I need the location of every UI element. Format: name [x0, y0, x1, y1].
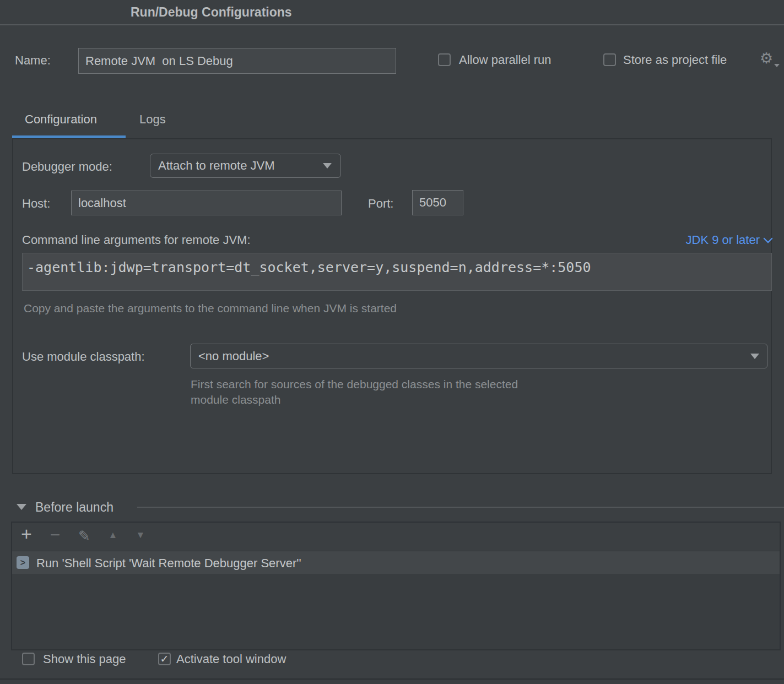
cmdline-args-label: Command line arguments for remote JVM:	[22, 233, 251, 247]
title-divider	[0, 24, 784, 25]
checkmark-icon: ✓	[160, 654, 169, 664]
run-shell-script-icon: >	[17, 556, 29, 569]
gear-icon[interactable]: ⚙	[760, 51, 773, 66]
host-input[interactable]	[71, 191, 342, 215]
tab-configuration[interactable]: Configuration	[25, 112, 97, 127]
module-classpath-dropdown[interactable]: <no module>	[190, 344, 767, 368]
name-input[interactable]	[78, 48, 396, 74]
add-task-button[interactable]: +	[17, 523, 36, 545]
edit-task-button[interactable]: ✎	[75, 528, 94, 545]
activate-tool-window-label: Activate tool window	[176, 652, 286, 666]
before-launch-panel	[11, 522, 781, 650]
allow-parallel-run-checkbox[interactable]	[438, 53, 451, 66]
dropdown-arrow-icon	[323, 163, 332, 169]
host-label: Host:	[22, 197, 50, 211]
cmdline-args-field[interactable]: -agentlib:jdwp=transport=dt_socket,serve…	[22, 253, 772, 291]
before-launch-title: Before launch	[35, 500, 113, 515]
dialog-title: Run/Debug Configurations	[131, 5, 292, 20]
bottom-separator	[0, 678, 784, 680]
before-launch-toolbar	[12, 523, 780, 552]
gear-dropdown-arrow-icon	[774, 64, 780, 67]
debugger-mode-dropdown[interactable]: Attach to remote JVM	[150, 154, 341, 178]
tab-logs[interactable]: Logs	[139, 112, 166, 127]
port-label: Port:	[368, 197, 393, 211]
show-this-page-label: Show this page	[43, 652, 126, 666]
store-as-project-file-label: Store as project file	[623, 53, 727, 67]
module-classpath-label: Use module classpath:	[22, 350, 145, 364]
move-down-button[interactable]: ▼	[131, 530, 150, 541]
before-launch-rule	[137, 507, 784, 508]
debugger-mode-label: Debugger mode:	[22, 160, 112, 174]
store-as-project-file-checkbox[interactable]	[603, 53, 616, 66]
debugger-mode-value: Attach to remote JVM	[150, 159, 275, 173]
show-this-page-checkbox[interactable]	[22, 653, 35, 665]
move-up-button[interactable]: ▲	[104, 530, 122, 541]
collapse-arrow-icon[interactable]	[17, 504, 26, 510]
jdk-version-link[interactable]: JDK 9 or later	[686, 233, 772, 247]
chevron-down-icon	[764, 234, 773, 243]
cmdline-args-hint: Copy and paste the arguments to the comm…	[24, 302, 397, 315]
name-label: Name:	[15, 53, 51, 68]
before-launch-task-label: Run 'Shell Script 'Wait Remote Debugger …	[36, 556, 301, 571]
module-classpath-hint-line2: module classpath	[191, 393, 280, 406]
port-input[interactable]	[412, 190, 463, 215]
dropdown-arrow-icon	[750, 354, 759, 359]
activate-tool-window-checkbox[interactable]: ✓	[158, 653, 171, 665]
allow-parallel-run-label: Allow parallel run	[459, 53, 551, 67]
run-debug-configurations-dialog: Run/Debug Configurations Name: Allow par…	[0, 0, 784, 684]
jdk-version-label: JDK 9 or later	[686, 233, 760, 247]
remove-task-button[interactable]: −	[46, 525, 64, 545]
module-classpath-hint-line1: First search for sources of the debugged…	[191, 378, 518, 391]
module-classpath-value: <no module>	[191, 349, 269, 363]
